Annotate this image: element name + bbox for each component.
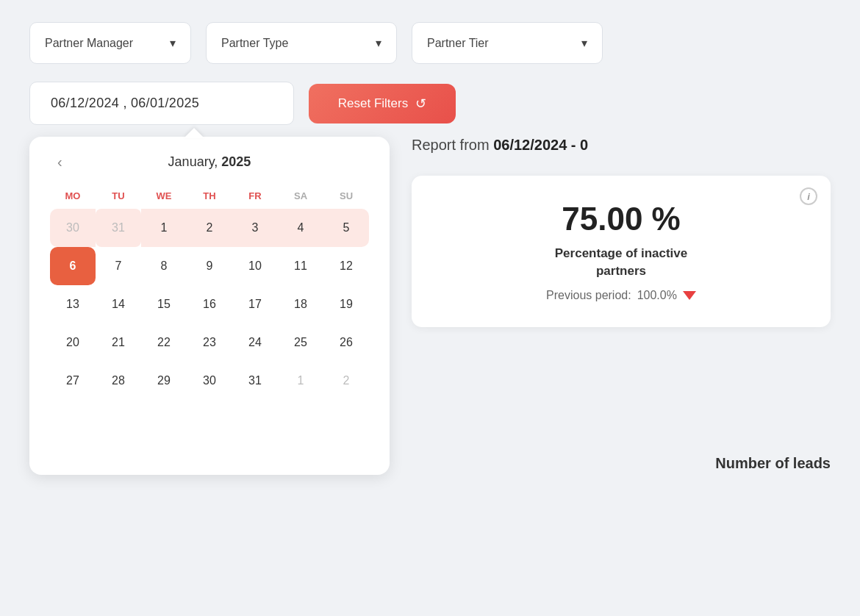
calendar-month-year: January, 2025: [168, 154, 251, 170]
partner-type-dropdown[interactable]: Partner Type ▾: [206, 22, 397, 64]
weekday-we: WE: [141, 186, 187, 209]
calendar-week-3: 13 14 15 16 17 18 19: [50, 285, 369, 323]
number-of-leads-label: Number of leads: [715, 448, 831, 472]
cal-day-28[interactable]: 28: [96, 362, 141, 400]
weekday-mo: MO: [50, 186, 96, 209]
cal-day-21[interactable]: 21: [96, 323, 141, 362]
calendar-weekdays-row: MO TU WE TH FR SA SU: [50, 186, 369, 209]
weekday-su: SU: [323, 186, 369, 209]
previous-period-value: 100.0%: [637, 289, 677, 302]
main-layout: ‹ January, 2025 MO TU WE TH FR SA SU: [29, 137, 831, 475]
cal-day-2-feb[interactable]: 2: [323, 362, 369, 400]
report-title-prefix: Report from: [412, 137, 490, 153]
calendar-prev-button[interactable]: ‹: [50, 151, 70, 173]
cal-day-30-dec[interactable]: 30: [50, 209, 96, 247]
calendar-grid: MO TU WE TH FR SA SU 30 31 1 2 3 4: [50, 186, 369, 400]
weekday-th: TH: [187, 186, 232, 209]
cal-day-19[interactable]: 19: [323, 285, 369, 323]
cal-day-27[interactable]: 27: [50, 362, 96, 400]
calendar-week-4: 20 21 22 23 24 25 26: [50, 323, 369, 362]
date-range-value: 06/12/2024 , 06/01/2025: [51, 96, 199, 110]
cal-day-5[interactable]: 5: [323, 209, 369, 247]
calendar-week-1: 30 31 1 2 3 4 5: [50, 209, 369, 247]
cal-day-30[interactable]: 30: [187, 362, 232, 400]
cal-day-18[interactable]: 18: [278, 285, 323, 323]
info-icon[interactable]: i: [800, 187, 817, 205]
chevron-left-icon: ‹: [57, 154, 62, 170]
calendar-week-5: 27 28 29 30 31 1 2: [50, 362, 369, 400]
cal-day-26[interactable]: 26: [323, 323, 369, 362]
partner-manager-label: Partner Manager: [45, 37, 133, 50]
cal-day-14[interactable]: 14: [96, 285, 141, 323]
refresh-icon: ↺: [415, 96, 426, 112]
weekday-tu: TU: [96, 186, 141, 209]
calendar-panel: ‹ January, 2025 MO TU WE TH FR SA SU: [29, 137, 390, 475]
date-range-input[interactable]: 06/12/2024 , 06/01/2025: [29, 82, 294, 125]
cal-day-31-dec[interactable]: 31: [96, 209, 141, 247]
cal-day-29[interactable]: 29: [141, 362, 187, 400]
weekday-fr: FR: [232, 186, 278, 209]
chevron-down-icon: ▾: [376, 36, 381, 50]
stat-previous: Previous period: 100.0%: [438, 289, 804, 302]
date-reset-row: 06/12/2024 , 06/01/2025 Reset Filters ↺: [29, 82, 831, 125]
calendar-header: ‹ January, 2025: [50, 154, 369, 170]
cal-day-22[interactable]: 22: [141, 323, 187, 362]
report-title: Report from 06/12/2024 - 0: [412, 137, 831, 154]
cal-day-25[interactable]: 25: [278, 323, 323, 362]
stat-card-inactive-partners: i 75.00 % Percentage of inactivepartners…: [412, 176, 831, 327]
calendar-week-2: 6 7 8 9 10 11 12: [50, 247, 369, 285]
reset-filters-label: Reset Filters: [338, 96, 408, 111]
cal-day-17[interactable]: 17: [232, 285, 278, 323]
cal-day-1-feb[interactable]: 1: [278, 362, 323, 400]
chevron-down-icon: ▾: [581, 36, 587, 50]
calendar-year: 2025: [221, 154, 251, 169]
cal-day-9[interactable]: 9: [187, 247, 232, 285]
cal-day-7[interactable]: 7: [96, 247, 141, 285]
cal-day-11[interactable]: 11: [278, 247, 323, 285]
cal-day-24[interactable]: 24: [232, 323, 278, 362]
cal-day-3[interactable]: 3: [232, 209, 278, 247]
cal-day-20[interactable]: 20: [50, 323, 96, 362]
report-date-range: 06/12/2024 - 0: [493, 137, 588, 153]
cal-day-16[interactable]: 16: [187, 285, 232, 323]
partner-tier-dropdown[interactable]: Partner Tier ▾: [412, 22, 603, 64]
cal-day-8[interactable]: 8: [141, 247, 187, 285]
weekday-sa: SA: [278, 186, 323, 209]
reset-filters-button[interactable]: Reset Filters ↺: [309, 84, 456, 123]
partner-type-label: Partner Type: [221, 37, 288, 50]
cal-day-31[interactable]: 31: [232, 362, 278, 400]
stat-label: Percentage of inactivepartners: [438, 245, 804, 280]
cal-day-23[interactable]: 23: [187, 323, 232, 362]
partner-tier-label: Partner Tier: [427, 37, 489, 50]
cal-day-13[interactable]: 13: [50, 285, 96, 323]
trend-down-icon: [683, 291, 696, 300]
cal-day-4[interactable]: 4: [278, 209, 323, 247]
chevron-down-icon: ▾: [170, 36, 176, 50]
filter-row: Partner Manager ▾ Partner Type ▾ Partner…: [29, 22, 831, 64]
cal-day-1[interactable]: 1: [141, 209, 187, 247]
cal-day-2[interactable]: 2: [187, 209, 232, 247]
cal-day-15[interactable]: 15: [141, 285, 187, 323]
cal-day-10[interactable]: 10: [232, 247, 278, 285]
calendar-month: January,: [168, 154, 218, 169]
cal-day-12[interactable]: 12: [323, 247, 369, 285]
partner-manager-dropdown[interactable]: Partner Manager ▾: [29, 22, 191, 64]
previous-period-label: Previous period:: [546, 289, 631, 302]
cal-day-6[interactable]: 6: [50, 247, 96, 285]
stat-value: 75.00 %: [438, 201, 804, 237]
right-panel: Report from 06/12/2024 - 0 i 75.00 % Per…: [412, 137, 831, 475]
